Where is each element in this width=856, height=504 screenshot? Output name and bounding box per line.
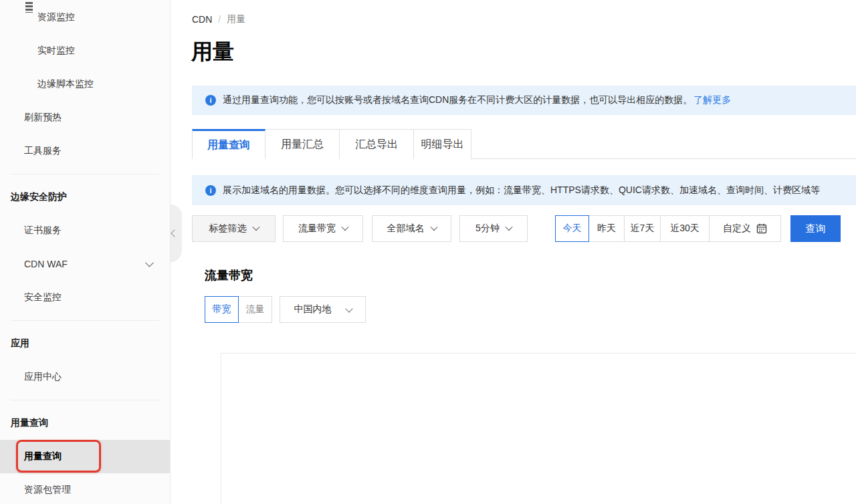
page-title: 用量: [191, 37, 234, 67]
breadcrumb-cdn[interactable]: CDN: [192, 14, 212, 25]
interval-dropdown[interactable]: 5分钟: [459, 215, 528, 242]
calendar-icon: [756, 223, 767, 234]
chevron-down-icon: [145, 259, 154, 267]
sidebar-item-工具服务[interactable]: 工具服务: [0, 134, 170, 168]
banner-text: 通过用量查询功能，您可以按账号或者按域名查询CDN服务在不同计费大区的计量数据，…: [223, 94, 692, 106]
sidebar-item-边缘脚本监控[interactable]: 边缘脚本监控: [0, 68, 170, 101]
info-icon: i: [205, 185, 216, 196]
range-label: 近30天: [670, 223, 700, 235]
sidebar-item-label: CDN WAF: [24, 259, 68, 269]
breadcrumb-separator: /: [218, 14, 221, 25]
breadcrumb-current: 用量: [227, 13, 245, 25]
domain-dropdown[interactable]: 全部域名: [372, 215, 451, 242]
banner-text: 展示加速域名的用量数据。您可以选择不同的维度查询用量，例如：流量带宽、HTTPS…: [223, 184, 820, 197]
usage-info-banner: i 通过用量查询功能，您可以按账号或者按域名查询CDN服务在不同计费大区的计量数…: [192, 86, 856, 115]
region-label: 中国内地: [294, 303, 332, 316]
sidebar-item-应用中心[interactable]: 应用中心: [0, 360, 170, 394]
range-button-近30天[interactable]: 近30天: [660, 215, 710, 242]
sidebar-item-资源包管理[interactable]: 资源包管理: [0, 473, 170, 504]
range-button-自定义[interactable]: 自定义: [709, 215, 781, 242]
sidebar-item-CDN WAF[interactable]: CDN WAF: [0, 247, 170, 281]
sidebar-item-用量查询[interactable]: 用量查询: [0, 440, 170, 473]
chevron-down-icon: [430, 223, 437, 230]
sidebar-item-label: 证书服务: [24, 225, 62, 237]
metric-label: 流量带宽: [298, 223, 336, 235]
tab-用量汇总[interactable]: 用量汇总: [265, 129, 340, 159]
interval-label: 5分钟: [475, 223, 500, 235]
chevron-down-icon: [252, 223, 259, 230]
sidebar-item-实时监控[interactable]: 实时监控: [0, 34, 170, 68]
sidebar-section-边缘安全防护: 边缘安全防护: [0, 180, 170, 214]
main-content: CDN / 用量 用量 i 通过用量查询功能，您可以按账号或者按域名查询CDN服…: [171, 0, 856, 504]
section-title: 流量带宽: [205, 267, 253, 283]
sidebar-item-label: 刷新预热: [24, 112, 62, 124]
sidebar-section-应用: 应用: [0, 327, 170, 360]
range-label: 自定义: [723, 223, 751, 235]
range-button-近7天[interactable]: 近7天: [624, 215, 661, 242]
sidebar-item-label: 用量查询: [24, 451, 62, 463]
sidebar-collapse-handle[interactable]: [171, 205, 182, 262]
sidebar-divider: [11, 400, 159, 400]
sidebar-divider: [11, 320, 159, 321]
sidebar-item-证书服务[interactable]: 证书服务: [0, 214, 170, 247]
sidebar-item-label: 边缘安全防护: [11, 191, 67, 203]
sidebar-item-label: 应用中心: [24, 371, 62, 383]
sidebar: 资源监控实时监控边缘脚本监控刷新预热工具服务边缘安全防护证书服务CDN WAF安…: [0, 0, 171, 504]
bandwidth-traffic-toggle: 带宽流量: [205, 296, 272, 323]
info-icon: i: [205, 95, 216, 106]
sidebar-item-label: 安全监控: [24, 291, 62, 303]
dimension-info-banner: i 展示加速域名的用量数据。您可以选择不同的维度查询用量，例如：流量带宽、HTT…: [192, 175, 856, 205]
sidebar-item-label: 实时监控: [37, 45, 75, 57]
chevron-left-icon: [171, 229, 178, 237]
range-label: 今天: [563, 223, 582, 235]
domain-label: 全部域名: [387, 223, 425, 235]
range-button-今天[interactable]: 今天: [555, 215, 589, 242]
tag-filter-label: 标签筛选: [209, 223, 247, 235]
sidebar-section-用量查询: 用量查询: [0, 406, 170, 440]
sidebar-item-label: 应用: [11, 338, 29, 350]
metric-dropdown[interactable]: 流量带宽: [283, 215, 363, 242]
range-label: 近7天: [631, 223, 655, 235]
query-button[interactable]: 查询: [790, 215, 841, 242]
sidebar-item-刷新预热[interactable]: 刷新预热: [0, 101, 170, 134]
chevron-down-icon: [345, 305, 352, 312]
tab-明细导出[interactable]: 明细导出: [414, 129, 471, 159]
chart-area: [221, 353, 856, 504]
breadcrumb: CDN / 用量: [192, 13, 245, 25]
learn-more-link[interactable]: 了解更多: [693, 94, 731, 106]
sidebar-divider: [11, 174, 159, 174]
tab-bar: 用量查询用量汇总汇总导出明细导出: [192, 129, 471, 159]
sidebar-item-安全监控[interactable]: 安全监控: [0, 281, 170, 314]
tag-filter-dropdown[interactable]: 标签筛选: [192, 215, 276, 242]
chevron-down-icon: [505, 223, 512, 230]
toggle-带宽[interactable]: 带宽: [205, 296, 239, 323]
sidebar-nav: 资源监控实时监控边缘脚本监控刷新预热工具服务边缘安全防护证书服务CDN WAF安…: [0, 0, 170, 504]
tab-汇总导出[interactable]: 汇总导出: [340, 129, 414, 159]
range-label: 昨天: [597, 223, 616, 235]
region-dropdown[interactable]: 中国内地: [280, 296, 366, 323]
sidebar-item-label: 用量查询: [11, 417, 48, 429]
range-button-昨天[interactable]: 昨天: [588, 215, 625, 242]
toggle-流量[interactable]: 流量: [238, 296, 272, 323]
tab-用量查询[interactable]: 用量查询: [192, 129, 265, 159]
sidebar-item-label: 工具服务: [24, 145, 62, 157]
sidebar-item-资源监控[interactable]: 资源监控: [0, 1, 170, 34]
chevron-down-icon: [341, 223, 348, 230]
date-range-group: 今天昨天近7天近30天自定义: [555, 215, 781, 242]
sidebar-item-label: 边缘脚本监控: [37, 78, 94, 90]
sidebar-item-label: 资源监控: [37, 11, 75, 23]
sidebar-item-label: 资源包管理: [24, 484, 71, 496]
